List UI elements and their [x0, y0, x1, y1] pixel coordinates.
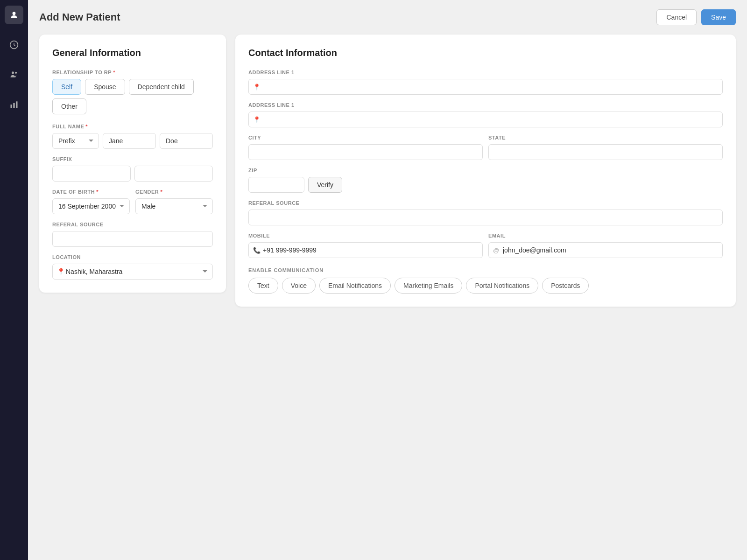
sidebar-icon-dashboard[interactable]	[5, 35, 23, 54]
save-button[interactable]: Save	[701, 9, 736, 25]
address-line1-input[interactable]	[248, 79, 723, 95]
sidebar	[0, 0, 28, 560]
location-field-wrap: 📍 Nashik, Maharastra	[52, 264, 213, 280]
referal-source-input-general[interactable]	[52, 231, 213, 247]
comm-btn-voice[interactable]: Voice	[282, 278, 316, 294]
mobile-input-wrap: 📞	[248, 242, 483, 258]
address-line1-wrap: 📍	[248, 79, 723, 95]
suffix-field-1[interactable]	[52, 166, 131, 182]
referal-source-label-contact: Referal Source	[248, 200, 723, 206]
address-line2-input[interactable]	[248, 112, 723, 127]
address1-icon: 📍	[253, 84, 261, 91]
comm-btn-marketing-emails[interactable]: Marketing Emails	[395, 278, 462, 294]
general-info-title: General Information	[52, 48, 213, 58]
zip-wrap	[248, 177, 304, 193]
city-wrap: City	[248, 135, 483, 160]
address-line1-label: Address Line 1	[248, 70, 723, 75]
contact-info-card: Contact Information Address Line 1 📍 Add…	[235, 35, 736, 307]
location-select[interactable]: Nashik, Maharastra	[52, 264, 213, 280]
city-state-row: City State	[248, 135, 723, 160]
mobile-email-row: Mobile 📞 Email @	[248, 233, 723, 258]
enable-comm-label: Enable Communication	[248, 267, 723, 273]
state-input[interactable]	[488, 144, 723, 160]
sidebar-icon-user[interactable]	[5, 6, 23, 24]
full-name-row: Prefix Mr. Mrs. Ms. Dr.	[52, 133, 213, 149]
address2-icon: 📍	[253, 116, 261, 123]
last-name-input[interactable]	[160, 133, 213, 149]
referal-source-label-general: Referal Source	[52, 222, 213, 227]
svg-rect-5	[13, 103, 14, 108]
comm-btn-portal-notifications[interactable]: Portal Notifications	[466, 278, 538, 294]
suffix-row	[52, 166, 213, 182]
location-icon: 📍	[57, 268, 65, 275]
general-info-card: General Information Relationship to RP* …	[39, 35, 226, 293]
dob-gender-row: Date of Birth* 16 September 2000 Gender*…	[52, 189, 213, 214]
rel-btn-other[interactable]: Other	[52, 98, 86, 114]
email-icon: @	[493, 247, 499, 254]
dob-select[interactable]: 16 September 2000	[52, 198, 130, 214]
relationship-buttons-row2: Other	[52, 98, 213, 114]
comm-btn-email-notifications[interactable]: Email Notifications	[319, 278, 391, 294]
contact-info-title: Contact Information	[248, 48, 723, 58]
zip-input[interactable]	[248, 177, 304, 193]
suffix-label: Suffix	[52, 156, 213, 162]
rel-btn-dependent-child[interactable]: Dependent child	[129, 79, 194, 95]
comm-buttons: Text Voice Email Notifications Marketing…	[248, 278, 723, 294]
email-input-wrap: @	[488, 242, 723, 258]
mobile-label: Mobile	[248, 233, 483, 238]
page-header: Add New Patient Cancel Save	[39, 9, 736, 25]
city-label: City	[248, 135, 483, 140]
svg-point-3	[15, 72, 17, 74]
gender-label: Gender*	[135, 189, 213, 195]
svg-rect-4	[11, 105, 12, 108]
full-name-label: Full Name*	[52, 124, 213, 129]
dob-label: Date of Birth*	[52, 189, 130, 195]
rel-btn-spouse[interactable]: Spouse	[85, 79, 125, 95]
email-label: Email	[488, 233, 723, 238]
relationship-label: Relationship to RP*	[52, 70, 213, 75]
city-input[interactable]	[248, 144, 483, 160]
email-input[interactable]	[488, 242, 723, 258]
location-label: Location	[52, 254, 213, 260]
comm-btn-postcards[interactable]: Postcards	[542, 278, 589, 294]
zip-row: Verify	[248, 177, 723, 193]
page-title: Add New Patient	[39, 11, 120, 23]
svg-point-2	[12, 71, 14, 74]
cancel-button[interactable]: Cancel	[656, 9, 697, 25]
mobile-input[interactable]	[248, 242, 483, 258]
referal-source-input-contact[interactable]	[248, 210, 723, 225]
zip-label: Zip	[248, 168, 723, 173]
rel-btn-self[interactable]: Self	[52, 79, 81, 95]
email-wrap: Email @	[488, 233, 723, 258]
svg-point-0	[13, 12, 16, 15]
relationship-buttons: Self Spouse Dependent child	[52, 79, 213, 95]
prefix-select[interactable]: Prefix Mr. Mrs. Ms. Dr.	[52, 133, 99, 149]
first-name-input[interactable]	[103, 133, 156, 149]
gender-select[interactable]: Male Female Other	[135, 198, 213, 214]
sidebar-icon-chart[interactable]	[5, 95, 23, 114]
gender-wrap: Gender* Male Female Other	[135, 189, 213, 214]
state-wrap: State	[488, 135, 723, 160]
address-line2-wrap: 📍	[248, 112, 723, 127]
header-buttons: Cancel Save	[656, 9, 736, 25]
cards-container: General Information Relationship to RP* …	[39, 35, 736, 307]
dob-wrap: Date of Birth* 16 September 2000	[52, 189, 130, 214]
suffix-field-2[interactable]	[134, 166, 213, 182]
verify-button[interactable]: Verify	[308, 177, 342, 193]
main-content: Add New Patient Cancel Save General Info…	[28, 0, 747, 560]
state-label: State	[488, 135, 723, 140]
phone-icon: 📞	[253, 247, 261, 254]
mobile-wrap: Mobile 📞	[248, 233, 483, 258]
address-line2-label: Address Line 1	[248, 102, 723, 108]
svg-rect-6	[16, 101, 17, 108]
sidebar-icon-people[interactable]	[5, 65, 23, 84]
comm-btn-text[interactable]: Text	[248, 278, 278, 294]
